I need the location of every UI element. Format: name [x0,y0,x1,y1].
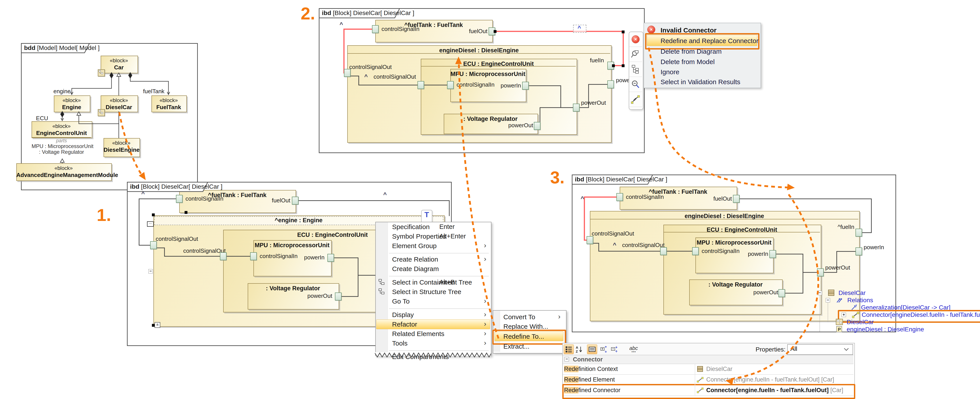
menu-shortcut: Enter [439,223,487,231]
magicdraw-redefine-connector-tutorial: bdd [Model] Model[ Model ]«block»Car«blo… [0,0,980,399]
popup-item-delete-from-diagram[interactable]: Delete from Diagram [660,48,756,56]
properties-filter-label: Properties: [752,346,786,353]
menu-item-display[interactable]: Display [392,311,465,319]
collapse-all-button-glyph [611,345,619,353]
properties-section-title: Connector [573,356,639,363]
property-label: Redefinition Context [564,365,694,373]
menu-item-go-to[interactable]: Go To [392,298,465,306]
select-in-tree-button[interactable] [629,62,642,77]
expand-all-button-glyph [600,345,608,353]
submenu-arrow-icon: › [484,310,489,318]
submenu-arrow-icon: › [484,255,489,263]
submenu-arrow-icon: › [558,313,563,320]
svg-text:P: P [838,327,841,332]
alphabetical-sort-button[interactable]: AZ [574,345,584,354]
menu-item-select-in-structure-tree[interactable]: Select in Structure Tree [392,288,465,296]
tree-guide-line [819,294,820,331]
svg-text:Z: Z [576,350,578,353]
expand-view-button-glyph [588,345,596,353]
tree-item-connector[interactable]: Connector[engineDiesel.fuelIn - fuelTank… [862,311,980,318]
categorized-view-button[interactable] [564,345,574,354]
tree-item-diagram[interactable]: DieselCar [846,319,874,326]
containment-tree-icon [378,279,385,286]
tree-expand-toggle[interactable]: + [842,313,846,317]
submenu-arrow-icon: › [484,320,489,328]
block-icon [697,366,705,372]
error-x-icon: × [632,35,640,43]
popup-error-icon: × [647,26,655,34]
popup-item-ignore[interactable]: Ignore [660,68,756,76]
label-rest: finition Context [578,365,618,372]
menu-item-tools[interactable]: Tools [392,340,465,348]
select-in-tree-button-glyph [631,64,640,74]
tree-expand-toggle[interactable]: − [826,298,830,302]
property-value[interactable]: DieselCar [706,365,852,373]
menu-separator [389,253,489,254]
menu-item-refactor[interactable]: Refactor [392,321,465,329]
popup-item-redefine-and-replace-connector[interactable]: Redefine and Replace Connector [660,37,756,45]
submenu-arrow-icon: › [484,297,489,305]
submenu-arrow-icon: › [484,339,489,346]
menu-item-related-elements[interactable]: Related Elements [392,330,465,338]
label-match-highlight: Rede [564,365,578,372]
tree-item-block[interactable]: DieselCar [838,289,865,297]
connector-icon [697,377,705,383]
property-value[interactable]: Connector[engine.fuelIn - fuelTank.fuelO… [706,376,852,384]
zoom-to-selection-button-glyph [631,49,640,59]
submenu-arrow-icon: › [484,241,489,249]
relations-icon [835,297,845,304]
zoom-out-button-glyph [631,79,640,89]
submenu-item-extract-[interactable]: Extract... [503,343,554,351]
zoom-out-button[interactable] [629,77,642,92]
ellipsis-glyph: ... [632,348,636,353]
part-icon: P [835,326,845,333]
properties-column-divider [695,364,695,396]
structure-tree-icon [378,288,385,295]
expand-view-button[interactable] [587,345,597,354]
menu-shortcut: Alt+Enter [439,233,487,241]
menu-separator [389,308,489,309]
expand-all-button[interactable] [599,345,609,354]
tree-guide-line [828,302,829,322]
svg-text:A: A [576,346,578,349]
categorized-view-button-glyph [565,345,573,353]
property-label: Redefined Element [564,376,694,384]
value-text: Connector[engine.fuelIn - fuelTank.fuelO… [706,376,819,383]
menu-item-element-group[interactable]: Element Group [392,242,465,250]
submenu-item-convert-to[interactable]: Convert To [503,313,554,321]
submenu-arrow-icon: › [484,329,489,337]
diagram-icon [835,319,845,326]
popup-item-select-in-validation-results[interactable]: Select in Validation Results [660,78,756,86]
label-rest: fined Element [578,376,615,383]
tree-expand-toggle[interactable]: − [818,291,822,295]
value-text: DieselCar [706,365,732,372]
label-match-highlight: Rede [564,376,578,383]
menu-separator [389,276,489,276]
popup-item-delete-from-model[interactable]: Delete from Model [660,58,756,66]
zoom-to-selection-button[interactable] [629,46,642,62]
error-button[interactable]: × [629,32,642,47]
section-collapse-toggle[interactable]: − [565,357,569,361]
abc-filter-button[interactable]: abc... [628,345,640,354]
block-icon [827,289,836,297]
alphabetical-sort-button-glyph: AZ [575,345,583,353]
menu-shortcut: Alt+B [439,279,487,287]
connector-tool-button-glyph [631,94,640,104]
value-suffix: [Car] [819,376,834,383]
connector-tool-button[interactable] [629,92,642,107]
connector-icon [851,311,860,318]
properties-filter-value: All [791,345,835,353]
menu-item-create-diagram[interactable]: Create Diagram [392,265,465,273]
redefined-connector-highlight-box [562,384,855,399]
menu-torn-edge [375,352,491,358]
tree-item-part[interactable]: engineDiesel : DieselEngine [846,326,924,333]
collapse-all-button[interactable] [609,345,620,354]
tree-item-relations[interactable]: Relations [847,297,873,304]
ui-layer: SpecificationEnterSymbol PropertiesAlt+E… [0,0,980,399]
menu-separator [389,350,489,351]
submenu-item-redefine-to-[interactable]: Redefine To... [503,333,554,341]
menu-item-create-relation[interactable]: Create Relation [392,255,465,263]
